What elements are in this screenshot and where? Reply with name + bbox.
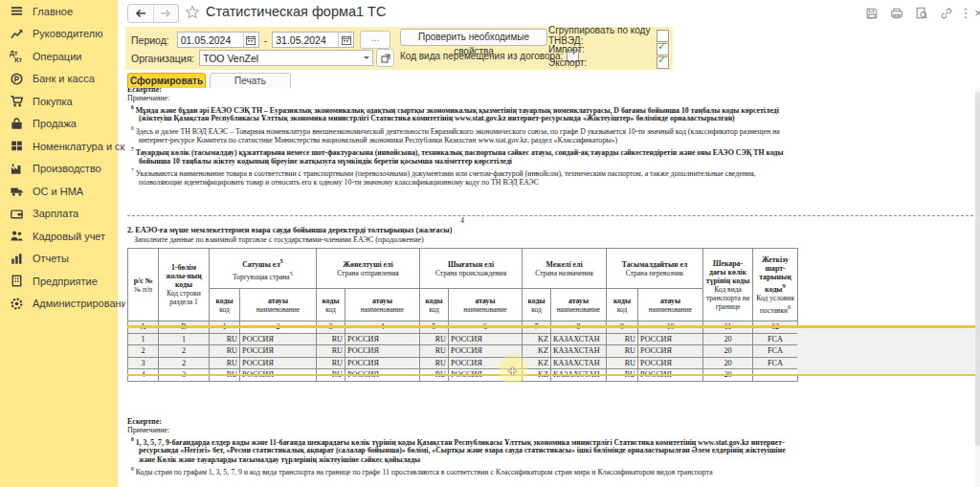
table-cell[interactable]: 2 [159,345,210,358]
period-to-input[interactable] [273,33,338,46]
table-cell[interactable]: КАЗАХСТАН [551,345,607,358]
period-from-calendar-button[interactable] [243,33,258,47]
table-cell[interactable]: KZ [523,333,551,345]
table-cell[interactable]: РОССИЯ [240,345,317,358]
print-button[interactable] [884,5,909,22]
chevron-down-icon[interactable] [361,51,372,65]
table-cell[interactable]: FCA [753,333,798,345]
table-cell[interactable]: RU [210,357,240,369]
table-cell[interactable]: FCA [753,357,798,369]
header-transport-code[interactable]: Шекара-дағы көлік түрінің кодыКод вида т… [703,249,753,321]
subheader-code[interactable]: кодыкод [607,289,638,321]
table-cell[interactable]: 1 [159,333,210,345]
sidebar-item-main[interactable]: Главное [0,0,118,23]
period-to-field[interactable] [272,32,354,48]
table-cell[interactable]: КАЗАХСТАН [551,357,607,369]
header-section-code[interactable]: 1-бөлім жолы-ның кодыКод строки раздела … [159,249,210,321]
table-cell[interactable]: RU [607,357,638,369]
sidebar-item-production[interactable]: Производство [0,158,118,181]
subheader-name[interactable]: атауынаименование [551,289,607,321]
table-cell[interactable]: РОССИЯ [638,333,703,345]
close-button[interactable]: × [972,5,980,22]
back-button[interactable] [128,5,154,22]
header-rownum[interactable]: р/с №№ п/п [128,249,159,321]
subheader-code[interactable]: кодыкод [420,289,449,321]
sidebar-item-hr[interactable]: Кадровый учет [0,225,118,248]
subheader-name[interactable]: атауынаименование [638,289,703,321]
preview-button[interactable] [909,5,934,22]
table-cell[interactable]: FCA [753,345,798,358]
sidebar-item-bank-cash[interactable]: Банк и касса [0,68,118,91]
table-cell[interactable]: РОССИЯ [449,333,523,345]
header-trading-country[interactable]: Сатушы ел5Торгующая страна5 [210,249,317,289]
table-cell[interactable]: RU [420,345,449,358]
period-more-button[interactable]: ... [360,31,390,49]
table-cell[interactable]: РОССИЯ [240,357,317,369]
table-cell[interactable]: РОССИЯ [449,357,523,369]
sidebar-item-manager[interactable]: Руководителю [0,23,118,46]
sidebar-item-sale[interactable]: Продажа [0,113,118,136]
header-carrier-country[interactable]: Тасымалдайтын елСтрана перевозчик [607,249,703,289]
more-button[interactable]: ⋮ [959,5,972,22]
table-cell[interactable]: RU [317,357,345,369]
table-cell[interactable]: РОССИЯ [240,333,317,345]
check-properties-button[interactable]: Проверить необходимые свойства [400,29,547,46]
export-checkbox[interactable]: ✓ [657,56,669,69]
table-cell[interactable]: RU [317,345,345,358]
sidebar-item-enterprise[interactable]: Предприятие [0,270,118,293]
organization-field[interactable] [199,50,373,66]
subheader-code[interactable]: кодыкод [317,289,345,321]
table-cell[interactable]: RU [420,357,449,369]
header-destination-country[interactable]: Межелі еліСтрана назначения [523,249,607,289]
save-button[interactable] [859,5,884,22]
forward-button[interactable] [154,5,179,22]
table-cell[interactable]: 20 [703,345,753,358]
table-cell[interactable]: KZ [523,345,551,358]
table-cell[interactable]: КАЗАХСТАН [551,333,607,345]
period-from-input[interactable] [178,33,243,46]
sidebar-item-inventory[interactable]: Номенклатура и склад [0,135,118,158]
subheader-name[interactable]: атауынаименование [449,289,523,321]
table-cell[interactable]: RU [317,333,345,345]
period-to-calendar-button[interactable] [338,33,353,47]
vertical-scrollbar[interactable] [975,88,980,487]
organization-input[interactable] [200,52,361,64]
table-cell[interactable]: 1 [128,333,159,345]
table-cell[interactable]: KZ [523,357,551,369]
sidebar-item-salary[interactable]: Зарплата [0,203,118,226]
favorite-button[interactable] [185,5,200,20]
table-cell[interactable]: RU [420,333,449,345]
table-cell[interactable]: RU [210,333,240,345]
spreadsheet-document[interactable]: Ескертпе: Примечание: 6 Мұнда және бұдан… [125,88,975,487]
header-delivery-code[interactable]: Жеткізу шарт-тарының коды9Код условия по… [753,249,798,321]
table-cell[interactable]: РОССИЯ [345,345,420,358]
period-from-field[interactable] [177,32,259,48]
table-cell[interactable]: РОССИЯ [638,357,703,369]
header-departure-country[interactable]: Жөнелтуші еліСтрана отправления [317,249,420,289]
organization-open-button[interactable] [376,49,394,67]
table-cell[interactable]: RU [607,333,638,345]
table-cell[interactable]: 20 [703,333,753,345]
subheader-name[interactable]: атауынаименование [345,289,420,321]
sidebar-item-fixed-assets[interactable]: ОС и НМА [0,180,118,203]
table-cell[interactable]: РОССИЯ [345,333,420,345]
scrollbar-thumb[interactable] [975,92,980,446]
sidebar-item-operations[interactable]: ДтКтОперации [0,45,118,68]
sidebar-item-administration[interactable]: Администрирование [0,293,118,316]
sidebar-item-reports[interactable]: Отчеты [0,248,118,271]
table-cell[interactable]: RU [210,345,240,358]
table-cell[interactable]: РОССИЯ [449,345,523,358]
table-cell[interactable]: РОССИЯ [638,345,703,358]
header-origin-country[interactable]: Шығатын еліСтрана происхождения [420,249,523,289]
link-button[interactable] [934,5,959,22]
table-cell[interactable]: 3 [128,357,159,369]
sidebar-item-purchase[interactable]: Покупка [0,90,118,113]
table-cell[interactable]: 2 [128,345,159,358]
table-cell[interactable]: 2 [159,357,210,369]
table-cell[interactable]: RU [607,345,638,358]
table-cell[interactable]: 20 [703,357,753,369]
subheader-name[interactable]: атауынаименование [240,289,317,321]
subheader-code[interactable]: кодыкод [523,289,551,321]
table-cell[interactable]: РОССИЯ [345,357,420,369]
subheader-code[interactable]: кодыкод [210,289,240,321]
